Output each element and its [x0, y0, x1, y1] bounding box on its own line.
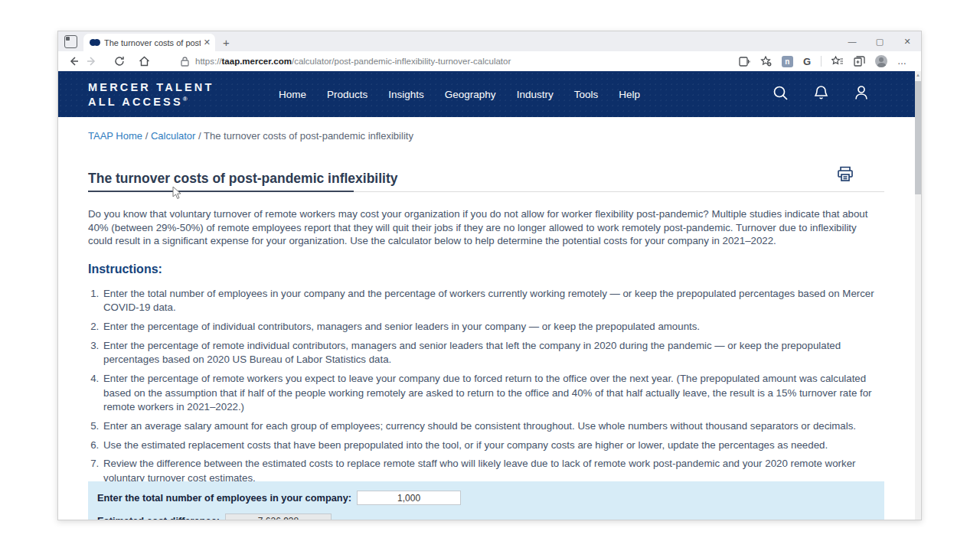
url-text: https://taap.mercer.com/calculator/post-… — [195, 57, 511, 66]
tab-actions-menu-icon[interactable] — [64, 35, 77, 48]
nav-item-geography[interactable]: Geography — [445, 89, 496, 100]
favorites-bar-icon[interactable] — [831, 56, 844, 67]
logo-line1: MERCER TALENT — [88, 80, 214, 95]
cost-difference-value — [225, 514, 332, 520]
account-person-icon[interactable] — [854, 85, 869, 104]
breadcrumb-separator: / — [195, 130, 204, 142]
window-maximize-button[interactable]: ▢ — [866, 31, 893, 51]
address-bar[interactable]: https://taap.mercer.com/calculator/post-… — [164, 57, 739, 67]
window-minimize-button[interactable]: — — [838, 31, 866, 51]
lock-icon — [181, 57, 189, 67]
window-close-button[interactable]: ✕ — [893, 31, 921, 51]
profile-avatar-icon[interactable] — [875, 55, 887, 67]
instruction-item: Enter the percentage of remote workers y… — [102, 372, 886, 414]
page-content: TAAP Home / Calculator / The turnover co… — [58, 117, 916, 520]
instruction-item: Enter the total number of employees in y… — [102, 287, 886, 315]
mercer-favicon-icon — [90, 39, 100, 46]
intro-paragraph: Do you know that voluntary turnover of r… — [88, 207, 882, 248]
tab-close-icon[interactable]: ✕ — [204, 37, 211, 47]
mercer-logo[interactable]: MERCER TALENT ALL ACCESS® — [88, 80, 214, 109]
browser-window: The turnover costs of post-pand ✕ + — ▢ … — [57, 31, 922, 520]
title-divider — [88, 191, 884, 192]
breadcrumb-current: The turnover costs of post-pandemic infl… — [204, 130, 413, 142]
breadcrumb-calculator-link[interactable]: Calculator — [151, 130, 196, 142]
logo-line2: ALL ACCESS® — [88, 95, 214, 109]
scrollbar-thumb[interactable] — [915, 81, 921, 194]
toolbar-divider — [821, 56, 822, 67]
new-tab-button[interactable]: + — [223, 36, 230, 49]
nav-item-products[interactable]: Products — [327, 89, 368, 100]
browser-tab[interactable]: The turnover costs of post-pand ✕ — [83, 34, 215, 51]
add-favorite-star-icon[interactable] — [760, 56, 772, 67]
breadcrumb-separator: / — [142, 130, 151, 142]
tab-title: The turnover costs of post-pand — [104, 38, 201, 47]
home-icon[interactable] — [135, 56, 153, 67]
breadcrumb: TAAP Home / Calculator / The turnover co… — [88, 130, 413, 142]
scrollbar-up-arrow-icon[interactable]: ▲ — [915, 73, 921, 77]
site-header: MERCER TALENT ALL ACCESS® Home Products … — [58, 71, 916, 117]
print-icon[interactable] — [836, 165, 854, 186]
search-icon[interactable] — [773, 85, 789, 104]
breadcrumb-taap-home-link[interactable]: TAAP Home — [88, 130, 142, 142]
forward-icon — [83, 56, 101, 67]
main-nav: Home Products Insights Geography Industr… — [279, 71, 640, 117]
instructions-list: Enter the total number of employees in y… — [90, 287, 886, 491]
employees-label: Enter the total number of employees in y… — [97, 492, 351, 504]
instruction-item: Enter the percentage of remote individua… — [102, 339, 886, 367]
extension-n-icon[interactable]: n — [782, 56, 793, 67]
browser-toolbar: https://taap.mercer.com/calculator/post-… — [58, 51, 921, 71]
cost-difference-label: Estimated cost difference: — [97, 515, 220, 520]
read-aloud-icon[interactable] — [739, 57, 750, 67]
settings-menu-icon[interactable]: … — [897, 56, 907, 67]
page-scrollbar[interactable]: ▲ — [915, 71, 921, 520]
tab-strip: The turnover costs of post-pand ✕ + — ▢ … — [58, 31, 921, 51]
instruction-item: Enter an average salary amount for each … — [102, 419, 886, 433]
nav-item-industry[interactable]: Industry — [517, 89, 554, 100]
instruction-item: Use the estimated replacement costs that… — [102, 439, 886, 452]
instructions-heading: Instructions: — [88, 262, 162, 276]
page-title: The turnover costs of post-pandemic infl… — [88, 171, 398, 187]
nav-item-home[interactable]: Home — [279, 89, 306, 100]
notifications-bell-icon[interactable] — [814, 85, 828, 104]
nav-item-tools[interactable]: Tools — [574, 89, 599, 100]
collections-icon[interactable] — [854, 56, 865, 67]
calculator-panel: Enter the total number of employees in y… — [88, 481, 884, 520]
nav-item-help[interactable]: Help — [619, 89, 640, 100]
instruction-item: Enter the percentage of individual contr… — [102, 320, 886, 334]
nav-item-insights[interactable]: Insights — [388, 89, 424, 100]
extension-g-icon[interactable]: G — [803, 56, 811, 67]
back-icon[interactable] — [64, 56, 83, 67]
mouse-cursor — [172, 186, 182, 203]
employees-input[interactable] — [357, 491, 461, 505]
refresh-icon[interactable] — [110, 56, 129, 67]
